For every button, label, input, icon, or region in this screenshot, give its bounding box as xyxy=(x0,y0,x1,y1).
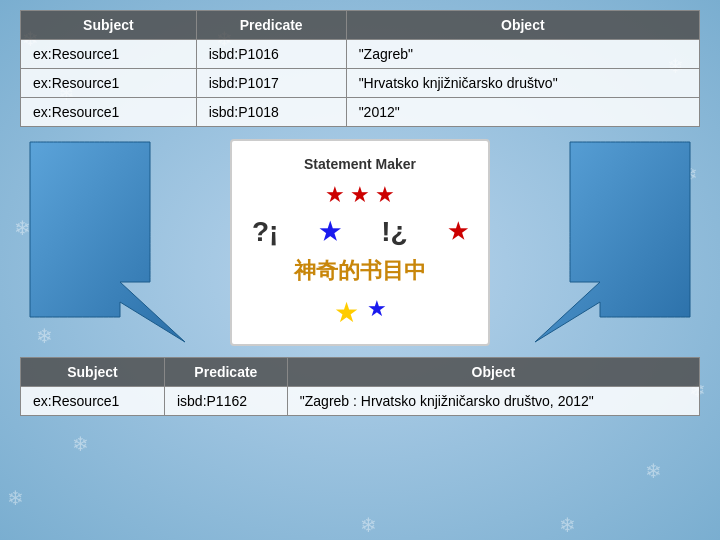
top-table: Subject Predicate Object ex:Resource1 is… xyxy=(20,10,700,127)
top-row3-object: "2012" xyxy=(346,98,699,127)
star-blue-bottom: ★ xyxy=(367,296,387,329)
bottom-table-header-predicate: Predicate xyxy=(164,358,287,387)
chinese-text: 神奇的书目中 xyxy=(252,256,468,286)
question-mark-right: !¿ xyxy=(381,216,407,248)
top-row1-subject: ex:Resource1 xyxy=(21,40,197,69)
right-arrow xyxy=(520,132,700,352)
bottom-table-header-subject: Subject xyxy=(21,358,165,387)
top-row3-predicate: isbd:P1018 xyxy=(196,98,346,127)
top-row3-subject: ex:Resource1 xyxy=(21,98,197,127)
star-blue-center: ★ xyxy=(319,218,341,246)
bottom-row1-subject: ex:Resource1 xyxy=(21,387,165,416)
table-row: ex:Resource1 isbd:P1017 "Hrvatsko knjižn… xyxy=(21,69,700,98)
top-table-header-object: Object xyxy=(346,11,699,40)
star-red-2: ★ xyxy=(350,182,370,208)
bottom-row1-object: "Zagreb : Hrvatsko knjižničarsko društvo… xyxy=(287,387,699,416)
bottom-stars: ★ ★ xyxy=(252,296,468,329)
top-table-header-subject: Subject xyxy=(21,11,197,40)
bottom-table-header-object: Object xyxy=(287,358,699,387)
top-row1-object: "Zagreb" xyxy=(346,40,699,69)
top-stars: ★ ★ ★ xyxy=(252,182,468,208)
top-row2-object: "Hrvatsko knjižničarsko društvo" xyxy=(346,69,699,98)
statement-maker-title: Statement Maker xyxy=(252,156,468,172)
table-row: ex:Resource1 isbd:P1016 "Zagreb" xyxy=(21,40,700,69)
top-table-header-predicate: Predicate xyxy=(196,11,346,40)
top-row1-predicate: isbd:P1016 xyxy=(196,40,346,69)
star-yellow-bottom: ★ xyxy=(334,296,359,329)
table-row: ex:Resource1 isbd:P1018 "2012" xyxy=(21,98,700,127)
table-row: ex:Resource1 isbd:P1162 "Zagreb : Hrvats… xyxy=(21,387,700,416)
middle-section: Statement Maker ★ ★ ★ ?¡ ★ !¿ ★ 神奇的书目中 ★… xyxy=(20,132,700,352)
main-content: Subject Predicate Object ex:Resource1 is… xyxy=(0,0,720,426)
left-arrow xyxy=(20,132,200,352)
bottom-table: Subject Predicate Object ex:Resource1 is… xyxy=(20,357,700,416)
star-red-1: ★ xyxy=(325,182,345,208)
question-marks-row: ?¡ ★ !¿ ★ xyxy=(252,216,468,248)
statement-maker-box: Statement Maker ★ ★ ★ ?¡ ★ !¿ ★ 神奇的书目中 ★… xyxy=(230,139,490,346)
bottom-row1-predicate: isbd:P1162 xyxy=(164,387,287,416)
star-red-3: ★ xyxy=(375,182,395,208)
question-mark-left: ?¡ xyxy=(252,216,278,248)
star-red-right: ★ xyxy=(448,219,468,245)
top-row2-predicate: isbd:P1017 xyxy=(196,69,346,98)
top-row2-subject: ex:Resource1 xyxy=(21,69,197,98)
